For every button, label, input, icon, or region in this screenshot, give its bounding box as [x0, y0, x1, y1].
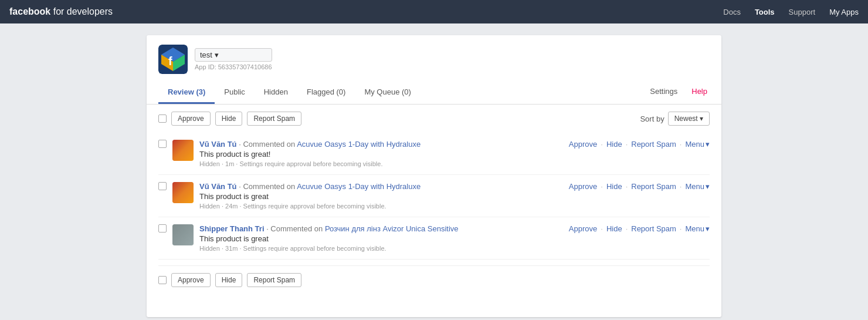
comment-item: Shipper Thanh Tri · Commented on Розчин …: [158, 217, 710, 260]
comment-2-menu[interactable]: Menu ▾: [685, 182, 710, 191]
top-toolbar: Approve Hide Report Spam Sort by Newest …: [158, 112, 710, 126]
select-all-checkbox[interactable]: [158, 114, 167, 123]
nav-tools[interactable]: Tools: [755, 8, 775, 16]
tabs: Review (3) Public Hidden Flagged (0) My …: [158, 82, 421, 104]
comment-3-checkbox[interactable]: [158, 224, 167, 233]
app-name-label: test: [200, 50, 212, 59]
report-spam-button-top[interactable]: Report Spam: [247, 112, 301, 126]
app-header: f test ▾ App ID: 563357307410686 Review …: [147, 35, 721, 105]
top-navigation: facebook for developers Docs Tools Suppo…: [0, 0, 868, 23]
comment-3-avatar: [172, 224, 194, 245]
comment-2-author-line: Vũ Văn Tú · Commented on Acuvue Oasys 1-…: [199, 182, 563, 191]
comment-1-action: · Commented on: [239, 140, 295, 149]
sort-value: Newest ▾: [674, 114, 703, 123]
comment-3-author-line: Shipper Thanh Tri · Commented on Розчин …: [199, 224, 563, 233]
comment-3-hide[interactable]: Hide: [606, 224, 622, 233]
nav-support[interactable]: Support: [789, 8, 816, 16]
comment-2-body: Vũ Văn Tú · Commented on Acuvue Oasys 1-…: [199, 182, 563, 210]
approve-button-bottom[interactable]: Approve: [171, 273, 211, 287]
brand-logo: facebook for developers: [9, 6, 113, 17]
comment-2-checkbox[interactable]: [158, 182, 167, 190]
dropdown-icon: ▾: [215, 50, 219, 59]
tab-hidden[interactable]: Hidden: [255, 82, 297, 104]
comment-3-action: · Commented on: [266, 224, 323, 233]
comment-1-text: This product is great!: [199, 150, 563, 159]
review-section: Approve Hide Report Spam Sort by Newest …: [147, 105, 721, 301]
comment-3-actions: Approve · Hide · Report Spam · Menu ▾: [569, 224, 710, 233]
comment-2-report-spam[interactable]: Report Spam: [631, 182, 676, 191]
comment-3-approve[interactable]: Approve: [569, 224, 597, 233]
comment-2-action: · Commented on: [239, 182, 295, 191]
comment-1-menu[interactable]: Menu ▾: [685, 140, 710, 149]
comment-1-actions: Approve · Hide · Report Spam · Menu ▾: [569, 140, 710, 149]
comment-2-avatar: [172, 182, 194, 203]
approve-button-top[interactable]: Approve: [171, 112, 211, 126]
app-id: App ID: 563357307410686: [195, 63, 272, 70]
topnav-links: Docs Tools Support My Apps: [723, 8, 859, 16]
comment-item: Vũ Văn Tú · Commented on Acuvue Oasys 1-…: [158, 133, 710, 175]
comment-2-hide[interactable]: Hide: [606, 182, 622, 191]
brand-name-bold: facebook: [9, 6, 50, 16]
settings-link[interactable]: Settings: [647, 81, 680, 102]
comment-2-product[interactable]: Acuvue Oasys 1-Day with Hydraluxe: [297, 182, 421, 191]
comment-1-report-spam[interactable]: Report Spam: [631, 140, 676, 149]
comment-1-author-line: Vũ Văn Tú · Commented on Acuvue Oasys 1-…: [199, 140, 563, 149]
comment-3-author[interactable]: Shipper Thanh Tri: [199, 224, 265, 233]
sort-label: Sort by: [640, 114, 664, 123]
report-spam-button-bottom[interactable]: Report Spam: [247, 273, 301, 287]
comment-2-meta: Hidden · 24m · Settings require approval…: [199, 203, 563, 210]
comment-1-avatar: [172, 140, 194, 161]
comment-2-actions: Approve · Hide · Report Spam · Menu ▾: [569, 182, 710, 191]
tab-myqueue[interactable]: My Queue (0): [355, 82, 420, 104]
tabs-row: Review (3) Public Hidden Flagged (0) My …: [158, 81, 710, 104]
help-link[interactable]: Help: [689, 81, 710, 102]
comment-2-text: This product is great: [199, 192, 563, 201]
comment-3-report-spam[interactable]: Report Spam: [631, 224, 676, 233]
sort-row: Sort by Newest ▾: [640, 112, 710, 126]
comment-3-meta: Hidden · 31m · Settings require approval…: [199, 245, 563, 252]
comment-1-hide[interactable]: Hide: [606, 140, 622, 149]
hide-button-bottom[interactable]: Hide: [215, 273, 243, 287]
tab-public[interactable]: Public: [215, 82, 254, 104]
nav-docs[interactable]: Docs: [723, 8, 741, 16]
main-wrapper: f test ▾ App ID: 563357307410686 Review …: [0, 23, 868, 320]
content-panel: f test ▾ App ID: 563357307410686 Review …: [147, 35, 721, 317]
comment-2-author[interactable]: Vũ Văn Tú: [199, 182, 237, 191]
comment-1-approve[interactable]: Approve: [569, 140, 597, 149]
tab-review[interactable]: Review (3): [158, 82, 215, 104]
nav-myapps[interactable]: My Apps: [829, 8, 859, 16]
brand-name-rest: for developers: [50, 6, 113, 16]
comment-3-text: This product is great: [199, 234, 563, 243]
sort-dropdown[interactable]: Newest ▾: [668, 112, 710, 126]
tabs-right: Settings Help: [647, 81, 710, 104]
svg-text:f: f: [168, 55, 172, 68]
comment-1-product[interactable]: Acuvue Oasys 1-Day with Hydraluxe: [297, 140, 421, 149]
comment-1-checkbox[interactable]: [158, 140, 167, 148]
comment-item: Vũ Văn Tú · Commented on Acuvue Oasys 1-…: [158, 175, 710, 217]
app-name-row: test ▾ App ID: 563357307410686: [195, 48, 272, 70]
app-icon: f: [158, 45, 188, 74]
select-all-checkbox-bottom[interactable]: [158, 276, 167, 284]
comment-3-product[interactable]: Розчин для лінз Avizor Unica Sensitive: [325, 224, 459, 233]
app-info: f test ▾ App ID: 563357307410686: [158, 45, 710, 74]
comment-1-meta: Hidden · 1m · Settings require approval …: [199, 160, 563, 167]
comment-3-body: Shipper Thanh Tri · Commented on Розчин …: [199, 224, 563, 252]
app-name-dropdown[interactable]: test ▾: [195, 48, 272, 62]
comment-3-menu[interactable]: Menu ▾: [685, 224, 710, 233]
comment-2-approve[interactable]: Approve: [569, 182, 597, 191]
bottom-toolbar: Approve Hide Report Spam: [158, 265, 710, 287]
comment-1-author[interactable]: Vũ Văn Tú: [199, 140, 237, 149]
tab-flagged[interactable]: Flagged (0): [297, 82, 355, 104]
hide-button-top[interactable]: Hide: [215, 112, 243, 126]
comment-1-body: Vũ Văn Tú · Commented on Acuvue Oasys 1-…: [199, 140, 563, 167]
